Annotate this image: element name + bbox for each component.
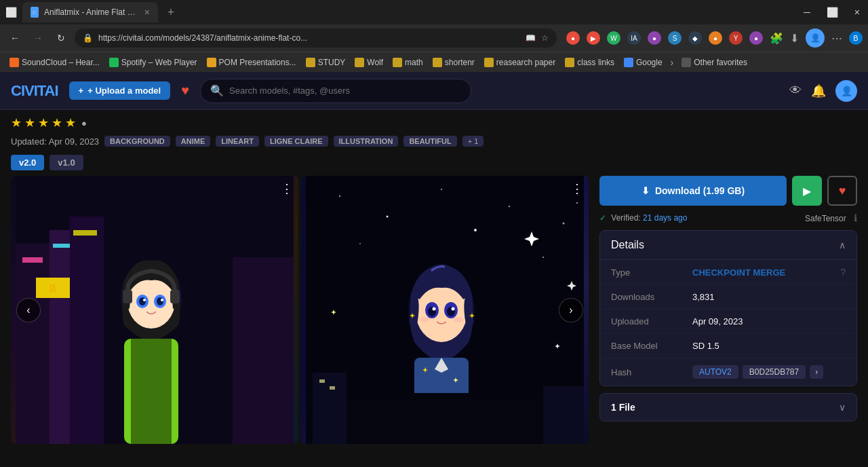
- version-v10-button[interactable]: v1.0: [50, 155, 83, 170]
- hash-copy-button[interactable]: ›: [810, 365, 823, 379]
- maximize-icon[interactable]: ⬜: [824, 7, 841, 18]
- read-mode-icon[interactable]: 📖: [526, 33, 536, 43]
- user-avatar[interactable]: 👤: [835, 80, 857, 102]
- bookmark-pom-label: POM Presentations...: [219, 58, 296, 67]
- nav-arrow-right[interactable]: ›: [559, 298, 583, 322]
- images-row: 店: [11, 176, 589, 444]
- bookmarks-more[interactable]: ›: [668, 57, 677, 68]
- uploaded-label: Uploaded: [611, 316, 692, 326]
- bing-icon[interactable]: B: [849, 31, 863, 45]
- bookmark-pom[interactable]: POM Presentations...: [203, 56, 300, 69]
- tag-ligne-claire[interactable]: LIGNE CLAIRE: [264, 136, 328, 147]
- anime-illustration-1: 店: [11, 176, 298, 444]
- bookmark-math[interactable]: math: [389, 56, 427, 69]
- header-icons: 👁 🔔 👤: [789, 80, 857, 102]
- other-favorites[interactable]: Other favorites: [677, 56, 751, 69]
- stars-row: ★ ★ ★ ★ ★ ●: [11, 110, 857, 133]
- extension-icon-4[interactable]: IA: [627, 31, 641, 45]
- bookmark-wolf[interactable]: Wolf: [351, 56, 387, 69]
- extension-icon-9[interactable]: Y: [729, 31, 743, 45]
- downloads-icon[interactable]: ⬇: [790, 32, 799, 45]
- browser-nav-icons: ● ▶ W IA ● S ◆ ● Y ● 🧩 ⬇ 👤 ⋯ B: [566, 29, 863, 48]
- back-button[interactable]: ←: [5, 29, 24, 48]
- svg-point-26: [509, 206, 510, 207]
- svg-point-28: [359, 243, 361, 244]
- tab-item[interactable]: C Aniflatmix - Anime Flat Color Sty... ×: [22, 2, 158, 22]
- bookmark-spotify[interactable]: Spotify – Web Player: [105, 56, 201, 69]
- type-info-icon[interactable]: ?: [840, 267, 846, 278]
- base-model-label: Base Model: [611, 341, 692, 351]
- svg-rect-47: [330, 386, 335, 390]
- download-icon: ⬇: [642, 185, 650, 196]
- lock-icon: 🔒: [83, 33, 93, 43]
- bookmark-google[interactable]: Google: [620, 56, 667, 69]
- extension-icon-2[interactable]: ▶: [587, 31, 600, 45]
- tag-beautiful[interactable]: BEAUTIFUL: [403, 136, 456, 147]
- extension-icon-10[interactable]: ●: [749, 31, 763, 45]
- files-panel[interactable]: 1 File ∨: [599, 393, 857, 422]
- minimize-icon[interactable]: ─: [801, 7, 813, 18]
- other-favorites-label: Other favorites: [694, 58, 747, 67]
- upload-model-button[interactable]: + + Upload a model: [69, 81, 171, 100]
- bookmark-research[interactable]: reasearch paper: [480, 56, 559, 69]
- extension-icon-5[interactable]: ●: [648, 31, 661, 45]
- reload-button[interactable]: ↻: [52, 29, 71, 48]
- version-v20-button[interactable]: v2.0: [11, 155, 44, 170]
- tab-close-icon[interactable]: ×: [144, 7, 150, 18]
- play-button[interactable]: ▶: [792, 176, 822, 206]
- search-input[interactable]: [229, 86, 461, 96]
- bookmark-soundcloud[interactable]: SoundCloud – Hear...: [5, 56, 104, 69]
- heart-icon[interactable]: ♥: [181, 83, 189, 98]
- hash-autov2-button[interactable]: AUTOV2: [692, 365, 738, 379]
- nav-arrow-left[interactable]: ‹: [16, 298, 41, 322]
- download-button[interactable]: ⬇ Download (1.99 GB): [599, 176, 787, 206]
- svg-rect-3: [70, 217, 104, 444]
- bell-icon[interactable]: 🔔: [811, 83, 826, 98]
- anime-image-1: 店: [11, 176, 298, 444]
- svg-rect-20: [123, 290, 132, 303]
- image-1-menu[interactable]: ⋮: [281, 181, 293, 196]
- details-type-row: Type CHECKPOINT MERGE ?: [600, 260, 856, 285]
- bookmark-study[interactable]: STUDY: [302, 56, 350, 69]
- image-2-menu[interactable]: ⋮: [571, 181, 583, 196]
- svg-point-31: [576, 202, 578, 204]
- save-heart-button[interactable]: ♥: [827, 176, 857, 206]
- safetensor-info-icon[interactable]: ℹ: [854, 212, 857, 223]
- extension-icon-1[interactable]: ●: [566, 31, 580, 45]
- verified-date-link[interactable]: 21 days ago: [643, 213, 687, 223]
- bookmark-class[interactable]: class links: [561, 56, 618, 69]
- menu-icon[interactable]: ⋯: [831, 32, 842, 45]
- extension-icon-3[interactable]: W: [607, 31, 620, 45]
- extension-icon-7[interactable]: ◆: [688, 31, 702, 45]
- address-bar[interactable]: 🔒 https://civitai.com/models/24387/anifl…: [75, 29, 557, 48]
- search-bar[interactable]: 🔍: [200, 79, 471, 103]
- tag-lineart[interactable]: LINEART: [216, 136, 259, 147]
- extension-icon-8[interactable]: ●: [709, 31, 722, 45]
- files-expand-icon[interactable]: ∨: [839, 402, 846, 413]
- forward-button[interactable]: →: [28, 29, 47, 48]
- tag-illustration[interactable]: ILLUSTRATION: [334, 136, 399, 147]
- extensions-icon[interactable]: 🧩: [770, 32, 783, 45]
- star-3: ★: [38, 115, 49, 130]
- verified-label: Verified:: [611, 213, 640, 223]
- tag-background[interactable]: BACKGROUND: [104, 136, 170, 147]
- close-window-icon[interactable]: ×: [852, 7, 863, 18]
- tag-anime[interactable]: ANIME: [176, 136, 210, 147]
- details-header[interactable]: Details ∧: [600, 231, 856, 260]
- details-collapse-icon[interactable]: ∧: [839, 240, 846, 250]
- extension-icon-6[interactable]: S: [668, 31, 682, 45]
- eye-slash-icon[interactable]: 👁: [789, 83, 802, 98]
- svg-rect-5: [22, 257, 43, 263]
- bookmark-page-icon[interactable]: ☆: [541, 33, 549, 43]
- tab-favicon: C: [31, 7, 39, 18]
- bookmark-shortenr[interactable]: shortenr: [429, 56, 479, 69]
- verified-row: ✓ Verified: 21 days ago SafeTensor ℹ: [599, 212, 857, 223]
- profile-icon[interactable]: 👤: [806, 29, 825, 48]
- details-downloads-row: Downloads 3,831: [600, 285, 856, 310]
- svg-rect-46: [319, 379, 325, 383]
- svg-point-41: [453, 317, 464, 322]
- details-title: Details: [611, 239, 644, 251]
- base-model-value: SD 1.5: [692, 341, 846, 351]
- new-tab-button[interactable]: +: [161, 2, 181, 22]
- svg-rect-45: [543, 386, 584, 444]
